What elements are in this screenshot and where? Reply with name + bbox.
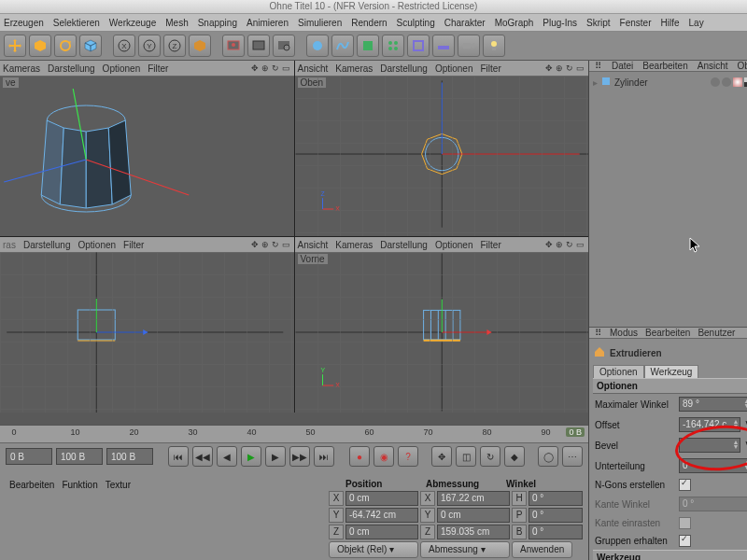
rotate-icon[interactable] <box>54 35 77 57</box>
key-scale-icon[interactable]: ◫ <box>456 446 476 467</box>
vp-zoom-icon[interactable]: ⊕ <box>261 63 271 73</box>
key-rot-icon[interactable]: ↻ <box>480 446 500 467</box>
keyframe-icon[interactable]: ? <box>398 446 418 467</box>
add-camera-icon[interactable] <box>458 35 480 57</box>
am-benutzer[interactable]: Benutzer <box>698 328 735 338</box>
add-spline-icon[interactable] <box>331 35 354 57</box>
menu-snapping[interactable]: Snapping <box>198 18 237 28</box>
add-environment-icon[interactable] <box>432 35 455 57</box>
prev-frame-icon[interactable]: ◀ <box>217 446 237 467</box>
menu-sculpting[interactable]: Sculpting <box>397 18 435 28</box>
ngons-checkbox[interactable] <box>679 479 691 491</box>
viewport-right[interactable]: ras Darstellung Optionen Filter ✥⊕↻▭ <box>0 237 295 413</box>
key-pla-icon[interactable]: ◯ <box>538 446 558 467</box>
size-x-field[interactable]: 167.22 cm <box>437 491 510 506</box>
x-axis-icon[interactable]: X <box>113 35 135 57</box>
menu-selektieren[interactable]: Selektieren <box>53 18 100 28</box>
vp-rotate-icon[interactable]: ↻ <box>272 63 281 73</box>
menu-plugins[interactable]: Plug-Ins <box>543 18 577 28</box>
bevel-field[interactable]: ▲▼ <box>679 438 740 453</box>
primitive-cube-icon[interactable] <box>79 35 102 57</box>
menu-skript[interactable]: Skript <box>586 18 611 28</box>
rot-h-field[interactable]: 0 ° <box>529 491 583 506</box>
tab-bearbeiten[interactable]: Bearbeiten <box>9 480 54 559</box>
key-param-icon[interactable]: ◆ <box>504 446 525 467</box>
key-pos-icon[interactable]: ✥ <box>431 446 452 467</box>
move-icon[interactable] <box>4 35 26 57</box>
menu-simulieren[interactable]: Simulieren <box>298 18 342 28</box>
menu-werkzeuge[interactable]: Werkzeuge <box>109 18 156 28</box>
offset-field[interactable]: -164.742 c▲▼ <box>679 417 740 432</box>
goto-end-icon[interactable]: ⏭ <box>314 446 334 467</box>
add-deformer-icon[interactable] <box>407 35 430 57</box>
vp-max-icon[interactable]: ▭ <box>282 63 291 73</box>
cube-icon[interactable] <box>29 35 51 57</box>
menu-erzeugen[interactable]: Erzeugen <box>4 18 44 28</box>
pos-y-field[interactable]: -64.742 cm <box>345 508 418 523</box>
frame-end-field[interactable]: 100 B <box>56 448 103 465</box>
tab-werkzeug[interactable]: Werkzeug <box>644 365 699 378</box>
y-axis-icon[interactable]: Y <box>138 35 161 57</box>
vp-menu-darstellung[interactable]: Darstellung <box>48 63 95 74</box>
vp-menu-filter[interactable]: Filter <box>148 63 168 74</box>
unterteilung-field[interactable]: 0▲▼ <box>679 458 747 473</box>
rot-b-field[interactable]: 0 ° <box>529 525 583 539</box>
tab-optionen[interactable]: Optionen <box>593 365 644 378</box>
tab-funktion[interactable]: Funktion <box>62 480 97 559</box>
frame-current-field[interactable]: 100 B <box>106 448 153 465</box>
am-bearbeiten[interactable]: Bearbeiten <box>645 328 690 338</box>
om-objekte[interactable]: Obj <box>738 61 747 71</box>
coord-mode-dropdown[interactable]: Objekt (Rel) ▾ <box>329 541 418 558</box>
size-y-field[interactable]: 0 cm <box>437 508 510 523</box>
viewport-perspective[interactable]: Kameras Darstellung Optionen Filter ✥⊕↻▭… <box>0 61 295 236</box>
vp-menu-optionen[interactable]: Optionen <box>103 63 141 74</box>
menu-rendern[interactable]: Rendern <box>351 18 387 28</box>
pos-z-field[interactable]: 0 cm <box>345 525 418 539</box>
max-winkel-field[interactable]: 89 °▲▼ <box>679 397 747 412</box>
menu-animieren[interactable]: Animieren <box>247 18 289 28</box>
goto-start-icon[interactable]: ⏮ <box>168 446 189 467</box>
autokey-icon[interactable]: ◉ <box>374 446 394 467</box>
pos-x-field[interactable]: 0 cm <box>345 491 418 506</box>
z-axis-icon[interactable]: Z <box>163 35 186 57</box>
apply-button[interactable]: Anwenden <box>512 541 572 558</box>
render-region-icon[interactable] <box>247 35 270 57</box>
key-opt-icon[interactable]: ⋯ <box>562 446 583 467</box>
menu-mograph[interactable]: MoGraph <box>495 18 534 28</box>
world-icon[interactable] <box>189 35 211 57</box>
next-frame-icon[interactable]: ▶ <box>265 446 286 467</box>
menu-fenster[interactable]: Fenster <box>620 18 652 28</box>
tree-item-zylinder[interactable]: ▸ Zylinder <box>593 76 747 89</box>
menu-mesh[interactable]: Mesh <box>165 18 188 28</box>
render-dot[interactable] <box>722 77 731 87</box>
tag-phong-icon[interactable] <box>733 77 742 87</box>
vp-nav-icon[interactable]: ✥ <box>251 63 261 73</box>
vp-menu-kameras[interactable]: Kameras <box>3 63 40 74</box>
viewport-top[interactable]: Ansicht Kameras Darstellung Optionen Fil… <box>295 61 589 236</box>
size-z-field[interactable]: 159.035 cm <box>437 525 510 539</box>
object-tree[interactable]: ▸ Zylinder <box>589 72 747 327</box>
render-settings-icon[interactable] <box>273 35 295 57</box>
tree-item-label[interactable]: Zylinder <box>614 77 648 88</box>
rot-p-field[interactable]: 0 ° <box>529 508 583 523</box>
tab-textur[interactable]: Textur <box>106 480 131 559</box>
gruppen-checkbox[interactable] <box>679 535 691 547</box>
visibility-dot[interactable] <box>711 77 720 87</box>
coord-size-dropdown[interactable]: Abmessung ▾ <box>420 541 510 558</box>
menu-hilfe[interactable]: Hilfe <box>661 18 680 28</box>
step-back-icon[interactable]: ◀◀ <box>192 446 213 467</box>
om-ansicht[interactable]: Ansicht <box>698 61 728 71</box>
time-marker[interactable]: 0 B <box>566 427 585 437</box>
am-modus[interactable]: Modus <box>610 328 638 338</box>
add-nurbs-icon[interactable] <box>357 35 379 57</box>
step-fwd-icon[interactable]: ▶▶ <box>289 446 310 467</box>
add-light-icon[interactable] <box>483 35 505 57</box>
play-icon[interactable]: ▶ <box>241 446 261 467</box>
viewport-front[interactable]: Ansicht Kameras Darstellung Optionen Fil… <box>295 237 589 413</box>
frame-start-field[interactable]: 0 B <box>6 448 52 465</box>
record-icon[interactable]: ● <box>349 446 370 467</box>
render-icon[interactable] <box>222 35 245 57</box>
menu-layout[interactable]: Lay <box>689 18 704 28</box>
expand-icon[interactable]: ▸ <box>593 77 598 88</box>
add-sphere-icon[interactable] <box>306 35 329 57</box>
